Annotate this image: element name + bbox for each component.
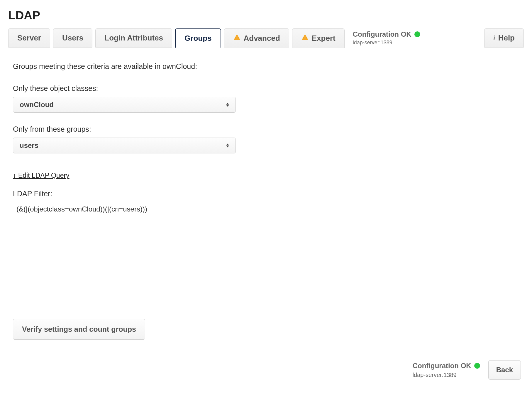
- groups-select[interactable]: users: [13, 138, 236, 153]
- tab-server-label: Server: [17, 33, 41, 43]
- verify-settings-button[interactable]: Verify settings and count groups: [13, 319, 145, 340]
- tab-server[interactable]: Server: [8, 28, 50, 48]
- groups-intro: Groups meeting these criteria are availa…: [13, 62, 244, 71]
- ldap-filter-value: (&(|(objectclass=ownCloud))(|(cn=users))…: [13, 205, 244, 213]
- groups-value: users: [20, 141, 38, 149]
- page-title: LDAP: [8, 9, 524, 22]
- status-ok-icon: [414, 31, 420, 37]
- footer-config-status: Configuration OK ldap-server:1389: [413, 362, 480, 378]
- objectclass-select[interactable]: ownCloud: [13, 97, 236, 113]
- warning-icon: [301, 33, 309, 43]
- info-icon: i: [493, 34, 495, 42]
- footer-config-status-host: ldap-server:1389: [413, 372, 480, 378]
- groups-panel: Groups meeting these criteria are availa…: [8, 48, 249, 340]
- config-status: Configuration OK ldap-server:1389: [348, 28, 423, 46]
- footer: Configuration OK ldap-server:1389 Back: [8, 360, 524, 380]
- tab-advanced-label: Advanced: [244, 34, 280, 43]
- config-status-text: Configuration OK: [353, 30, 411, 38]
- tabbar: Server Users Login Attributes Groups Adv…: [8, 28, 524, 48]
- tab-users[interactable]: Users: [53, 28, 92, 48]
- status-ok-icon: [474, 363, 480, 369]
- svg-rect-2: [305, 36, 305, 38]
- ldap-filter-label: LDAP Filter:: [13, 189, 244, 198]
- select-stepper-icon: [226, 144, 229, 148]
- tab-advanced[interactable]: Advanced: [224, 28, 289, 48]
- edit-ldap-query-link[interactable]: ↓ Edit LDAP Query: [13, 172, 70, 180]
- tab-help-label: Help: [498, 33, 515, 43]
- warning-icon: [233, 33, 241, 43]
- svg-rect-1: [236, 38, 237, 39]
- objectclass-label: Only these object classes:: [13, 84, 244, 93]
- svg-rect-0: [236, 36, 237, 38]
- tab-login-attributes-label: Login Attributes: [104, 33, 163, 43]
- footer-config-status-text: Configuration OK: [413, 362, 471, 370]
- config-status-host: ldap-server:1389: [353, 40, 420, 46]
- tab-expert-label: Expert: [312, 34, 336, 43]
- tab-groups-label: Groups: [184, 34, 211, 43]
- back-button[interactable]: Back: [488, 360, 521, 380]
- tab-users-label: Users: [62, 33, 83, 43]
- svg-rect-3: [305, 38, 305, 39]
- objectclass-value: ownCloud: [20, 101, 54, 109]
- tab-login-attributes[interactable]: Login Attributes: [95, 28, 172, 48]
- select-stepper-icon: [226, 103, 229, 107]
- tab-help[interactable]: i Help: [484, 28, 524, 48]
- tab-groups[interactable]: Groups: [175, 28, 221, 48]
- tab-expert[interactable]: Expert: [292, 28, 345, 48]
- groups-label: Only from these groups:: [13, 125, 244, 133]
